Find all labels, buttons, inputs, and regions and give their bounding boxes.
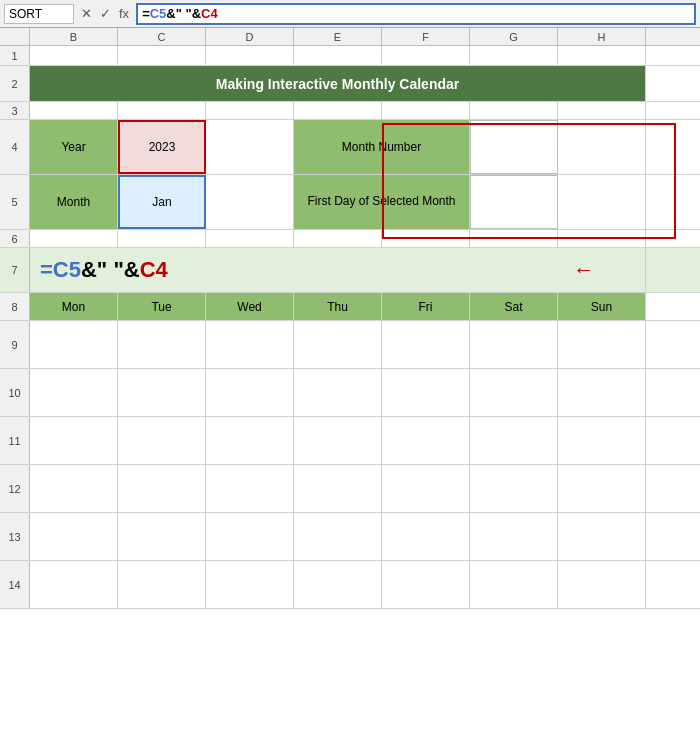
row-num-12: 12 <box>0 465 30 512</box>
cal-d13[interactable] <box>206 513 294 560</box>
cal-g14[interactable] <box>470 561 558 608</box>
cell-d1[interactable] <box>206 46 294 65</box>
cell-d4[interactable] <box>206 120 294 174</box>
row-13: 13 <box>0 513 700 561</box>
cal-g11[interactable] <box>470 417 558 464</box>
cal-g12[interactable] <box>470 465 558 512</box>
cell-h6[interactable] <box>558 230 646 247</box>
cal-f13[interactable] <box>382 513 470 560</box>
cal-f10[interactable] <box>382 369 470 416</box>
cal-b11[interactable] <box>30 417 118 464</box>
cal-b12[interactable] <box>30 465 118 512</box>
cal-d11[interactable] <box>206 417 294 464</box>
cal-f9[interactable] <box>382 321 470 368</box>
cal-e13[interactable] <box>294 513 382 560</box>
cell-e6[interactable] <box>294 230 382 247</box>
cancel-icon[interactable]: ✕ <box>78 6 95 21</box>
row-2: 2 Making Interactive Monthly Calendar <box>0 66 700 102</box>
cell-b6[interactable] <box>30 230 118 247</box>
col-header-d: D <box>206 28 294 45</box>
function-icon[interactable]: fx <box>116 6 132 21</box>
cal-e10[interactable] <box>294 369 382 416</box>
cal-h10[interactable] <box>558 369 646 416</box>
cal-g10[interactable] <box>470 369 558 416</box>
cal-h12[interactable] <box>558 465 646 512</box>
cell-first-day-value[interactable] <box>470 175 558 229</box>
cal-d9[interactable] <box>206 321 294 368</box>
cell-month-label: Month <box>30 175 118 229</box>
formula-row-cell[interactable]: =C5&" "&C4 ← <box>30 248 646 292</box>
formula-input[interactable]: =C5&" "&C4 <box>136 3 696 25</box>
cal-c13[interactable] <box>118 513 206 560</box>
cell-month-number-value[interactable] <box>470 120 558 174</box>
row-8: 8 Mon Tue Wed Thu Fri Sat Sun <box>0 293 700 321</box>
row-num-14: 14 <box>0 561 30 608</box>
cal-g9[interactable] <box>470 321 558 368</box>
formula-row-text: =C5&" "&C4 <box>40 257 168 283</box>
cal-g13[interactable] <box>470 513 558 560</box>
cal-e12[interactable] <box>294 465 382 512</box>
cell-h4[interactable] <box>558 120 646 174</box>
cell-d3[interactable] <box>206 102 294 119</box>
row-12: 12 <box>0 465 700 513</box>
cal-c10[interactable] <box>118 369 206 416</box>
confirm-icon[interactable]: ✓ <box>97 6 114 21</box>
cal-d12[interactable] <box>206 465 294 512</box>
row-1: 1 <box>0 46 700 66</box>
cal-c11[interactable] <box>118 417 206 464</box>
cell-h3[interactable] <box>558 102 646 119</box>
row-num-9: 9 <box>0 321 30 368</box>
cell-g6[interactable] <box>470 230 558 247</box>
col-header-h: H <box>558 28 646 45</box>
cell-year-value[interactable]: 2023 <box>118 120 206 174</box>
cell-f3[interactable] <box>382 102 470 119</box>
col-header-g: G <box>470 28 558 45</box>
cell-c3[interactable] <box>118 102 206 119</box>
spreadsheet-wrapper: B C D E F G H 1 2 Making Interactive Mon… <box>0 28 700 609</box>
cell-d6[interactable] <box>206 230 294 247</box>
row-num-3: 3 <box>0 102 30 119</box>
cell-c1[interactable] <box>118 46 206 65</box>
cell-e3[interactable] <box>294 102 382 119</box>
cal-e9[interactable] <box>294 321 382 368</box>
cell-g1[interactable] <box>470 46 558 65</box>
cell-month-value[interactable]: Jan <box>118 175 206 229</box>
cal-h11[interactable] <box>558 417 646 464</box>
cell-d5[interactable] <box>206 175 294 229</box>
cell-h1[interactable] <box>558 46 646 65</box>
cal-d14[interactable] <box>206 561 294 608</box>
row-num-7: 7 <box>0 248 30 292</box>
name-box[interactable]: SORT <box>4 4 74 24</box>
cal-h14[interactable] <box>558 561 646 608</box>
cal-f14[interactable] <box>382 561 470 608</box>
cal-c9[interactable] <box>118 321 206 368</box>
cal-e14[interactable] <box>294 561 382 608</box>
cal-f11[interactable] <box>382 417 470 464</box>
cal-e11[interactable] <box>294 417 382 464</box>
arrow-icon: ← <box>573 257 595 283</box>
cell-tue-header: Tue <box>118 293 206 320</box>
cal-h9[interactable] <box>558 321 646 368</box>
formula-icons: ✕ ✓ fx <box>78 6 132 21</box>
cell-h5[interactable] <box>558 175 646 229</box>
row-num-8: 8 <box>0 293 30 320</box>
cal-c12[interactable] <box>118 465 206 512</box>
cell-b3[interactable] <box>30 102 118 119</box>
col-header-b: B <box>30 28 118 45</box>
cell-g3[interactable] <box>470 102 558 119</box>
cell-b1[interactable] <box>30 46 118 65</box>
cal-d10[interactable] <box>206 369 294 416</box>
cal-b10[interactable] <box>30 369 118 416</box>
cell-c6[interactable] <box>118 230 206 247</box>
cal-b13[interactable] <box>30 513 118 560</box>
formula-bar: SORT ✕ ✓ fx =C5&" "&C4 <box>0 0 700 28</box>
cell-e1[interactable] <box>294 46 382 65</box>
row-3: 3 <box>0 102 700 120</box>
cell-f1[interactable] <box>382 46 470 65</box>
cal-f12[interactable] <box>382 465 470 512</box>
cal-b9[interactable] <box>30 321 118 368</box>
cell-f6[interactable] <box>382 230 470 247</box>
cal-h13[interactable] <box>558 513 646 560</box>
cal-c14[interactable] <box>118 561 206 608</box>
cal-b14[interactable] <box>30 561 118 608</box>
